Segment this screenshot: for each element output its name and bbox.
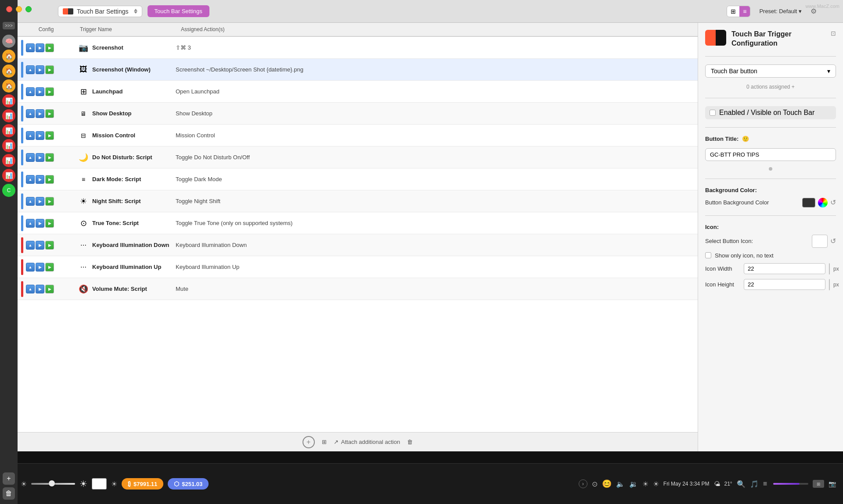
color-swatch[interactable] [802,198,815,207]
icon-width-input[interactable] [744,263,825,274]
config-up-button[interactable]: ▲ [26,285,35,293]
icon-height-down[interactable]: ▼ [829,285,830,290]
table-row[interactable]: ▲ ▶ ▶ ⊙ True Tone: Script Toggle True To… [18,212,698,234]
config-up-button[interactable]: ▲ [26,131,35,140]
touchbar-selector[interactable]: Touch Bar Settings [58,6,142,17]
trigger-type-dropdown[interactable]: Touch Bar button ▾ [705,64,836,78]
brightness-slider[interactable] [31,483,75,485]
config-right-button[interactable]: ▶ [36,219,44,228]
config-right-button[interactable]: ▶ [36,285,44,293]
tb-brightness-icon[interactable]: ☀ [642,480,648,488]
config-arrow-button[interactable]: ▶ [45,131,54,140]
sidebar-item-chart4[interactable]: 📊 [2,139,15,152]
reset-icon-button[interactable]: ↺ [830,237,836,245]
sidebar-item-home1[interactable]: 🏠 [2,50,15,63]
sidebar-expand-button[interactable]: >>> [3,22,15,29]
config-arrow-button[interactable]: ▶ [45,175,54,184]
tb-camera-icon[interactable]: 📷 [829,480,836,487]
duplicate-button[interactable]: ⊞ [322,439,327,445]
sidebar-item-chart5[interactable]: 📊 [2,154,15,167]
brightness-low-icon[interactable]: ☀ [21,480,27,488]
tb-smiley-icon[interactable]: 😊 [602,479,612,489]
config-up-button[interactable]: ▲ [26,65,35,74]
config-arrow-button[interactable]: ▶ [45,87,54,96]
config-right-button[interactable]: ▶ [36,131,44,140]
enabled-checkbox[interactable] [710,110,716,116]
config-right-button[interactable]: ▶ [36,109,44,118]
table-row[interactable]: ▲ ▶ ▶ 🖼 Screenshot (Window) Screenshot ~… [18,59,698,81]
sidebar-item-home2[interactable]: 🏠 [2,64,15,78]
table-row[interactable]: ▲ ▶ ▶ ☀ Night Shift: Script Toggle Night… [18,190,698,212]
sidebar-item-chart2[interactable]: 📊 [2,109,15,122]
config-up-button[interactable]: ▲ [26,87,35,96]
panel-window-button[interactable]: ⊡ [831,30,836,37]
tb-siri-icon[interactable]: 🎵 [750,480,759,488]
minimize-button[interactable] [16,6,22,12]
attach-action-button[interactable]: ↗ Attach additional action [334,439,400,445]
delete-sidebar-button[interactable]: 🗑 [3,487,15,500]
table-row[interactable]: ▲ ▶ ▶ ⊞ Launchpad Open Launchpad [18,81,698,103]
config-up-button[interactable]: ▲ [26,109,35,118]
config-right-button[interactable]: ▶ [36,197,44,206]
tb-search-icon[interactable]: 🔍 [737,480,746,488]
config-right-button[interactable]: ▶ [36,175,44,184]
tb-expand-button[interactable]: ⊞ [813,480,824,488]
add-button[interactable]: + [3,472,15,485]
config-arrow-button[interactable]: ▶ [45,263,54,272]
actions-add-icon[interactable]: + [792,84,795,90]
sidebar-item-chart1[interactable]: 📊 [2,94,15,107]
close-button[interactable] [6,6,12,12]
table-row[interactable]: ▲ ▶ ▶ 🖥 Show Desktop Show Desktop [18,103,698,125]
config-right-button[interactable]: ▶ [36,263,44,272]
view-list-button[interactable]: ≡ [739,6,750,17]
icon-select-box[interactable] [812,235,828,248]
tb-volume-icon[interactable]: 🔈 [616,480,625,488]
emoji-icon[interactable]: 🙂 [742,136,749,142]
config-right-button[interactable]: ▶ [36,241,44,250]
config-arrow-button[interactable]: ▶ [45,109,54,118]
config-arrow-button[interactable]: ▶ [45,153,54,162]
tb-weather-icon[interactable]: 🌤 [714,480,720,487]
tb-menu-icon[interactable]: ≡ [763,480,767,488]
sidebar-item-home3[interactable]: 🏠 [2,79,15,93]
config-arrow-button[interactable]: ▶ [45,219,54,228]
brightness-high-icon[interactable]: ☀ [79,479,87,489]
config-arrow-button[interactable]: ▶ [45,43,54,52]
table-row[interactable]: ▲ ▶ ▶ 🌙 Do Not Disturb: Script Toggle Do… [18,147,698,168]
color-wheel-button[interactable] [818,198,828,207]
config-up-button[interactable]: ▲ [26,153,35,162]
config-up-button[interactable]: ▲ [26,175,35,184]
config-up-button[interactable]: ▲ [26,197,35,206]
icon-height-input[interactable] [744,279,825,290]
table-row[interactable]: ▲ ▶ ▶ ⋯ Keyboard Illumination Up Keyboar… [18,256,698,278]
config-right-button[interactable]: ▶ [36,153,44,162]
sidebar-item-brain[interactable]: 🧠 [2,35,15,48]
sidebar-item-green[interactable]: C [2,184,15,197]
tb-volume-up-icon[interactable]: 🔉 [629,480,638,488]
config-arrow-button[interactable]: ▶ [45,241,54,250]
config-up-button[interactable]: ▲ [26,263,35,272]
view-split-button[interactable]: ⊞ [727,6,739,17]
config-arrow-button[interactable]: ▶ [45,197,54,206]
white-box-button[interactable] [92,478,107,490]
reset-color-button[interactable]: ↺ [830,198,836,207]
table-row[interactable]: ▲ ▶ ▶ 📷 Screenshot ⇧⌘ 3 [18,37,698,59]
config-arrow-button[interactable]: ▶ [45,285,54,293]
sidebar-item-chart6[interactable]: 📊 [2,169,15,182]
tb-brightness2-icon[interactable]: ☀ [653,480,659,488]
table-row[interactable]: ▲ ▶ ▶ ⊟ Mission Control Mission Control [18,125,698,147]
maximize-button[interactable] [25,6,32,12]
actions-row[interactable]: 0 actions assigned + [705,84,836,90]
config-arrow-button[interactable]: ▶ [45,65,54,74]
bitcoin-button[interactable]: ₿ $7991.11 [122,478,163,490]
icon-width-up[interactable]: ▲ [829,264,830,269]
config-up-button[interactable]: ▲ [26,219,35,228]
icon-width-down[interactable]: ▼ [829,269,830,274]
tb-direction-icon[interactable]: ⊙ [592,480,598,488]
button-title-input[interactable] [705,148,836,161]
sidebar-item-chart3[interactable]: 📊 [2,124,15,137]
icon-height-up[interactable]: ▲ [829,279,830,285]
table-row[interactable]: ▲ ▶ ▶ 🔇 Volume Mute: Script Mute [18,278,698,300]
config-up-button[interactable]: ▲ [26,241,35,250]
config-right-button[interactable]: ▶ [36,65,44,74]
